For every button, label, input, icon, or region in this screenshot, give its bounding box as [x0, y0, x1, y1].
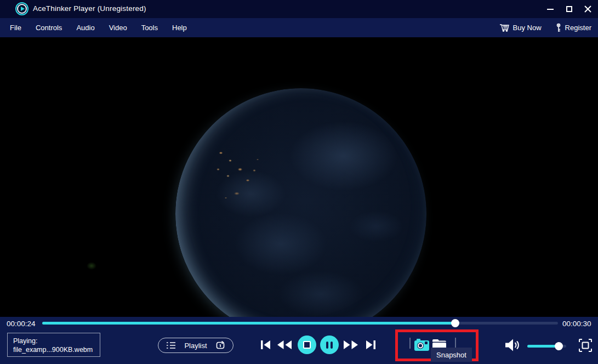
previous-button[interactable] — [261, 340, 270, 349]
fullscreen-button[interactable] — [579, 339, 592, 352]
skip-previous-icon — [261, 340, 270, 349]
skip-next-icon — [366, 340, 375, 349]
video-display[interactable] — [0, 37, 598, 317]
volume-handle[interactable] — [555, 342, 563, 350]
earth-city-lights — [175, 88, 426, 317]
fast-forward-button[interactable] — [344, 340, 358, 349]
speaker-icon — [505, 339, 520, 351]
minimize-button[interactable] — [546, 5, 554, 13]
snapshot-tooltip: Snapshot — [431, 348, 472, 362]
volume-fill — [527, 345, 559, 348]
menu-audio[interactable]: Audio — [76, 24, 94, 32]
player-window: AceThinker Player (Unregistered) File Co… — [0, 0, 598, 364]
app-logo-icon — [15, 2, 29, 15]
titlebar: AceThinker Player (Unregistered) — [0, 0, 598, 18]
maximize-icon — [566, 6, 572, 12]
minimize-icon — [547, 9, 554, 10]
maximize-button[interactable] — [565, 5, 573, 13]
snapshot-button[interactable] — [414, 338, 429, 351]
divider — [409, 338, 411, 349]
cart-icon — [499, 24, 509, 32]
volume-slider[interactable] — [527, 345, 566, 348]
pause-icon — [326, 342, 333, 349]
stop-button[interactable] — [298, 335, 316, 354]
register-button[interactable]: Register — [556, 23, 591, 32]
fullscreen-icon — [579, 339, 592, 352]
menu-video[interactable]: Video — [109, 24, 127, 32]
control-panel: 00:00:24 00:00:30 Playing: file_examp...… — [0, 317, 598, 364]
window-title: AceThinker Player (Unregistered) — [33, 4, 146, 13]
menu-tools[interactable]: Tools — [141, 24, 158, 32]
buy-now-button[interactable]: Buy Now — [499, 24, 542, 32]
menubar: File Controls Audio Video Tools Help Buy… — [0, 18, 598, 37]
divider — [455, 338, 456, 349]
menu-controls[interactable]: Controls — [36, 24, 62, 32]
menu-file[interactable]: File — [10, 24, 21, 32]
menu-help[interactable]: Help — [172, 24, 187, 32]
snapshot-tooltip-label: Snapshot — [436, 351, 466, 359]
video-artifact — [87, 262, 96, 270]
key-icon — [556, 23, 561, 32]
close-icon — [584, 5, 591, 13]
mute-button[interactable] — [505, 339, 520, 351]
register-label: Register — [565, 24, 591, 32]
fast-forward-icon — [344, 340, 358, 349]
next-button[interactable] — [366, 340, 375, 349]
rewind-button[interactable] — [277, 340, 292, 349]
camera-icon — [414, 338, 429, 351]
close-button[interactable] — [584, 5, 591, 13]
video-frame-earth — [175, 88, 426, 317]
buy-now-label: Buy Now — [513, 24, 542, 32]
rewind-icon — [277, 340, 292, 349]
pause-button[interactable] — [320, 335, 339, 354]
stop-icon — [303, 341, 311, 349]
